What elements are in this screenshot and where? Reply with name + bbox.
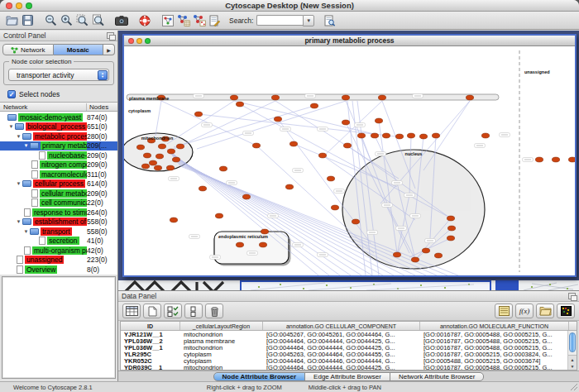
network-node[interactable] (382, 133, 390, 138)
tree-item[interactable]: nitrogen compo209(0) (0, 160, 117, 170)
network-node[interactable] (215, 213, 223, 218)
network-node[interactable] (357, 133, 365, 138)
expand-arrow-icon[interactable]: ▼ (15, 181, 22, 186)
tab-network-attribute-browser[interactable]: Network Attribute Browser (390, 372, 484, 381)
attribute-equation-icon[interactable]: f(x) (515, 304, 534, 318)
snapshot-icon[interactable] (113, 13, 129, 28)
tree-item[interactable]: cellular metabo209(0) (0, 189, 117, 198)
network-node[interactable] (236, 102, 243, 107)
minimize-view-icon[interactable] (136, 38, 142, 44)
network-node[interactable] (310, 103, 318, 108)
network-node[interactable] (236, 242, 243, 247)
network-node[interactable] (166, 165, 174, 170)
select-nodes-checkbox[interactable]: ✓ (7, 90, 16, 98)
close-view-icon[interactable] (128, 38, 134, 44)
network-node[interactable] (343, 143, 351, 148)
attribute-grid-icon[interactable] (184, 304, 203, 318)
tree-item[interactable]: secretion41(0) (0, 237, 117, 246)
expand-arrow-icon[interactable]: ▼ (22, 229, 30, 234)
network-node[interactable] (352, 219, 359, 224)
network-node[interactable] (375, 118, 382, 123)
advanced-search-icon[interactable] (322, 13, 337, 28)
network-node[interactable] (156, 154, 163, 159)
attribute-checklist-icon[interactable] (164, 304, 182, 318)
zoom-selected-icon[interactable] (74, 13, 90, 28)
tree-item[interactable]: unassigned223(0) (0, 256, 117, 265)
tree-item[interactable]: macromolecule311(0) (0, 170, 117, 179)
network-node[interactable] (199, 186, 206, 191)
column-header[interactable]: annotation.GO MOLECULAR_FUNCTION (420, 322, 569, 330)
scrollbar-arrows[interactable]: ▲▼ (568, 355, 577, 370)
network-node[interactable] (136, 145, 144, 150)
maximize-view-icon[interactable] (145, 38, 151, 44)
table-row[interactable]: YDR039C__1mitochondrion[GO:0044464, GO:0… (121, 364, 567, 370)
network-node[interactable] (331, 205, 338, 210)
network-node[interactable] (242, 194, 250, 199)
zoom-out-icon[interactable] (43, 13, 59, 28)
network-node[interactable] (274, 117, 281, 122)
network-node[interactable] (422, 248, 429, 253)
tree-item[interactable]: ▼cellular process614(0) (0, 179, 117, 189)
network-node[interactable] (447, 216, 454, 221)
zoom-in-icon[interactable] (59, 13, 74, 28)
delete-attribute-icon[interactable] (205, 304, 223, 318)
create-attribute-icon[interactable] (143, 304, 161, 318)
tab-node-attribute-browser[interactable]: Node Attribute Browser (213, 372, 306, 381)
network-node[interactable] (259, 242, 266, 247)
tree-item[interactable]: ▼establishment of lo558(0) (0, 218, 117, 227)
tree-item[interactable]: ▼primary metabo209(... (0, 141, 117, 151)
network-node[interactable] (219, 166, 227, 171)
save-session-icon[interactable] (20, 13, 36, 28)
tree-header-nodes[interactable]: Nodes (87, 103, 117, 111)
network-node[interactable] (552, 157, 559, 162)
select-attributes-icon[interactable] (122, 304, 141, 318)
network-node[interactable] (395, 134, 403, 139)
tree-item[interactable]: nucleobase-209(0) (0, 151, 117, 160)
tree-item[interactable]: multi-organism pro42(0) (0, 246, 117, 256)
network-node[interactable] (342, 95, 349, 100)
help-icon[interactable] (136, 13, 152, 28)
network-node[interactable] (285, 184, 293, 189)
more-tabs-arrow-icon[interactable]: ▶ (103, 44, 115, 55)
tree-item[interactable]: ▼metabolic process280(0) (0, 131, 117, 141)
network-node[interactable] (419, 134, 427, 139)
annotation-icon[interactable] (207, 13, 223, 28)
network-node[interactable] (158, 144, 165, 149)
tree-item[interactable]: ▼transport558(0) (0, 227, 117, 237)
network-node[interactable] (447, 236, 454, 241)
network-node[interactable] (327, 176, 334, 181)
network-node[interactable] (371, 133, 378, 138)
network-node[interactable] (481, 133, 489, 138)
search-input[interactable] (256, 15, 303, 26)
network-view-window[interactable]: primary metabolic process (122, 34, 577, 277)
network-node[interactable] (167, 149, 175, 154)
column-header[interactable]: annotation.GO CELLULAR_COMPONENT (263, 322, 420, 330)
network-node[interactable] (252, 143, 260, 148)
tree-item[interactable]: response to stimulu264(0) (0, 208, 117, 218)
network-node[interactable] (342, 120, 349, 125)
matrix-icon[interactable] (557, 304, 575, 318)
column-header[interactable]: ID (121, 322, 180, 330)
network-node[interactable] (290, 141, 297, 146)
tab-network[interactable]: Network (2, 44, 54, 55)
resize-grip-icon[interactable] (570, 383, 578, 391)
float-panel-icon[interactable] (107, 32, 114, 39)
network-node[interactable] (230, 95, 237, 100)
tree-item[interactable]: cell communicat22(0) (0, 198, 117, 208)
network-node[interactable] (393, 252, 400, 257)
tree-item[interactable]: ▼biological_process651(0) (0, 122, 117, 132)
network-node[interactable] (318, 153, 326, 158)
import-attributes-icon[interactable] (495, 304, 513, 318)
network-node[interactable] (411, 257, 419, 262)
network-node[interactable] (407, 133, 414, 138)
network-node[interactable] (194, 112, 202, 117)
network-node[interactable] (466, 95, 473, 100)
node-color-select[interactable]: transporter activity ▲▼ (8, 69, 109, 81)
tree-item[interactable]: mosaic-demo-yeast874(0) (0, 112, 117, 122)
minimize-window-icon[interactable] (16, 2, 22, 9)
search-dropdown-icon[interactable]: ▼ (303, 15, 314, 26)
tree-item[interactable]: Overview8(0) (0, 265, 117, 275)
scrollbar-thumb[interactable] (569, 332, 576, 352)
network-node[interactable] (143, 153, 151, 158)
network-node[interactable] (154, 165, 161, 170)
